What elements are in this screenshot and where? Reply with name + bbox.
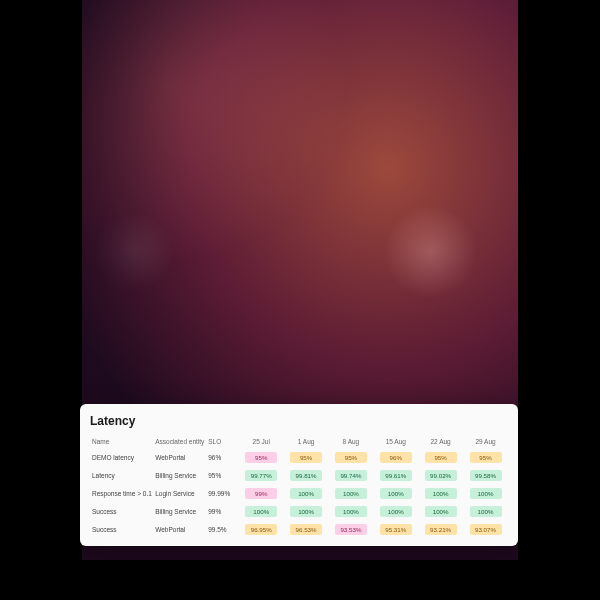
status-chip: 99.61% xyxy=(380,470,412,481)
status-chip: 95% xyxy=(245,452,277,463)
table-row[interactable]: Response time > 0.1 secLogin Service99.9… xyxy=(90,484,508,502)
col-header[interactable]: SLO xyxy=(206,434,239,448)
status-chip: 93.53% xyxy=(335,524,367,535)
cell-value: 99.74% xyxy=(329,466,374,484)
table-row[interactable]: DEMO latencyWebPortal96%95%95%95%96%95%9… xyxy=(90,448,508,466)
cell-value: 100% xyxy=(329,502,374,520)
status-chip: 100% xyxy=(335,506,367,517)
status-chip: 96.95% xyxy=(245,524,277,535)
status-chip: 100% xyxy=(470,488,502,499)
status-chip: 99.81% xyxy=(290,470,322,481)
cell-value: 95% xyxy=(284,448,329,466)
cell-value: 99.81% xyxy=(284,466,329,484)
panel-title: Latency xyxy=(90,414,508,428)
cell-name: Success xyxy=(90,502,153,520)
cell-entity: Billing Service xyxy=(153,466,206,484)
status-chip: 99.74% xyxy=(335,470,367,481)
cell-value: 99.77% xyxy=(239,466,284,484)
cell-name: Response time > 0.1 sec xyxy=(90,484,153,502)
cell-value: 100% xyxy=(463,484,508,502)
status-chip: 95.31% xyxy=(380,524,412,535)
status-chip: 95% xyxy=(335,452,367,463)
col-header[interactable]: Name xyxy=(90,434,153,448)
status-chip: 93.21% xyxy=(425,524,457,535)
cell-value: 95% xyxy=(463,448,508,466)
cell-value: 93.53% xyxy=(329,520,374,538)
status-chip: 100% xyxy=(290,488,322,499)
status-chip: 99% xyxy=(245,488,277,499)
cell-entity: Billing Service xyxy=(153,502,206,520)
cell-value: 100% xyxy=(284,484,329,502)
cell-value: 100% xyxy=(373,502,418,520)
status-chip: 99.77% xyxy=(245,470,277,481)
table-row[interactable]: SuccessWebPortal99.5%96.95%96.53%93.53%9… xyxy=(90,520,508,538)
cell-value: 99.61% xyxy=(373,466,418,484)
cell-value: 100% xyxy=(329,484,374,502)
cell-value: 93.21% xyxy=(418,520,463,538)
status-chip: 100% xyxy=(425,488,457,499)
col-header[interactable]: 25 Jul xyxy=(239,434,284,448)
cell-slo: 95% xyxy=(206,466,239,484)
col-header[interactable]: 22 Aug xyxy=(418,434,463,448)
col-header[interactable]: Associated entity xyxy=(153,434,206,448)
status-chip: 100% xyxy=(470,506,502,517)
cell-value: 100% xyxy=(284,502,329,520)
table-row[interactable]: SuccessBilling Service99%100%100%100%100… xyxy=(90,502,508,520)
status-chip: 99.02% xyxy=(425,470,457,481)
cell-slo: 99% xyxy=(206,502,239,520)
col-header[interactable]: 8 Aug xyxy=(329,434,374,448)
status-chip: 95% xyxy=(290,452,322,463)
table-header-row: NameAssociated entitySLO25 Jul1 Aug8 Aug… xyxy=(90,434,508,448)
cell-name: DEMO latency xyxy=(90,448,153,466)
cell-name: Success xyxy=(90,520,153,538)
cell-slo: 99.99% xyxy=(206,484,239,502)
status-chip: 96.53% xyxy=(290,524,322,535)
cell-value: 95% xyxy=(239,448,284,466)
latency-panel: Latency NameAssociated entitySLO25 Jul1 … xyxy=(80,404,518,546)
status-chip: 96% xyxy=(380,452,412,463)
col-header[interactable]: 1 Aug xyxy=(284,434,329,448)
cell-value: 95% xyxy=(329,448,374,466)
cell-entity: Login Service xyxy=(153,484,206,502)
cell-value: 99.02% xyxy=(418,466,463,484)
table-row[interactable]: LatencyBilling Service95%99.77%99.81%99.… xyxy=(90,466,508,484)
latency-table: NameAssociated entitySLO25 Jul1 Aug8 Aug… xyxy=(90,434,508,538)
cell-entity: WebPortal xyxy=(153,520,206,538)
cell-value: 100% xyxy=(418,484,463,502)
cell-slo: 96% xyxy=(206,448,239,466)
cell-name: Latency xyxy=(90,466,153,484)
status-chip: 95% xyxy=(425,452,457,463)
cell-value: 100% xyxy=(239,502,284,520)
cell-value: 100% xyxy=(373,484,418,502)
cell-value: 96% xyxy=(373,448,418,466)
cell-value: 100% xyxy=(463,502,508,520)
cell-value: 99.58% xyxy=(463,466,508,484)
status-chip: 100% xyxy=(380,506,412,517)
cell-value: 96.95% xyxy=(239,520,284,538)
status-chip: 99.58% xyxy=(470,470,502,481)
col-header[interactable]: 29 Aug xyxy=(463,434,508,448)
cell-value: 100% xyxy=(418,502,463,520)
status-chip: 95% xyxy=(470,452,502,463)
cell-value: 95.31% xyxy=(373,520,418,538)
status-chip: 100% xyxy=(380,488,412,499)
cell-entity: WebPortal xyxy=(153,448,206,466)
status-chip: 100% xyxy=(335,488,367,499)
cell-value: 93.07% xyxy=(463,520,508,538)
status-chip: 100% xyxy=(245,506,277,517)
cell-value: 99% xyxy=(239,484,284,502)
col-header[interactable]: 15 Aug xyxy=(373,434,418,448)
cell-value: 95% xyxy=(418,448,463,466)
status-chip: 100% xyxy=(290,506,322,517)
cell-slo: 99.5% xyxy=(206,520,239,538)
status-chip: 93.07% xyxy=(470,524,502,535)
cell-value: 96.53% xyxy=(284,520,329,538)
status-chip: 100% xyxy=(425,506,457,517)
